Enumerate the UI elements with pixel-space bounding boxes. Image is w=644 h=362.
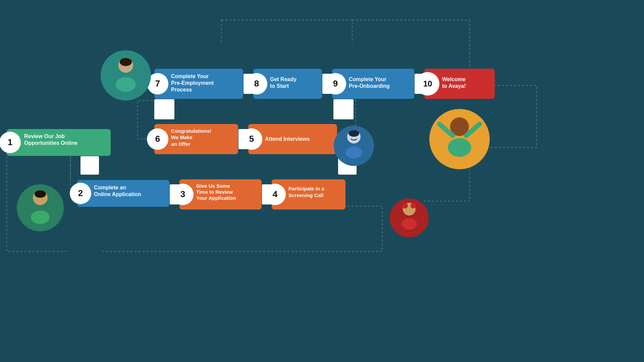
step-8-label-1: Get Ready (270, 76, 297, 82)
avatar-blue-body (345, 146, 362, 159)
step-10-label-1: Welcome (442, 76, 466, 82)
avatar-teal-hair (120, 58, 132, 66)
step-6-number: 6 (155, 134, 160, 144)
step-2-label-2: Online Application (94, 191, 141, 197)
step-3-label-1: Give Us Some (196, 183, 230, 189)
svg-text:Process: Process (171, 87, 192, 93)
step-2-number: 2 (78, 188, 83, 198)
avatar-teal (101, 50, 151, 101)
step-4-number: 4 (273, 189, 278, 199)
step-4-label-1: Participate in a (288, 186, 324, 191)
avatar-red-body (401, 218, 417, 230)
step-9-label-1: Complete Your (349, 76, 386, 82)
step-4-label-2: Screening Call (288, 192, 323, 198)
avatar-blue-hair (348, 130, 359, 137)
svg-text:Pre-Employment: Pre-Employment (171, 80, 214, 86)
turn-connector-top-right (333, 99, 354, 119)
turn-connector-top-left (154, 99, 174, 119)
step-10-number: 10 (423, 79, 432, 88)
step-8-label-2: to Start (270, 83, 289, 89)
avatar-green-body (31, 210, 50, 224)
step-9-number: 9 (333, 78, 338, 88)
avatar-red-hair-l (402, 203, 408, 208)
turn-connector-step1-down (80, 156, 99, 175)
step-3-label-2: Time to Review (196, 189, 233, 195)
step-7-number: 7 (155, 78, 160, 88)
avatar-teal-body (116, 77, 136, 92)
step-1-label-2: Opportunities Online (24, 140, 77, 146)
step-9-label-2: Pre-Onboarding (349, 83, 390, 89)
avatar-orange-body (448, 138, 471, 157)
avatar-green-hair (35, 190, 46, 198)
step-3-label-3: Your Application (196, 195, 236, 201)
avatar-red-hair-r (411, 203, 416, 208)
step-5-label: Attend Interviews (265, 136, 310, 142)
step-8-number: 8 (254, 78, 259, 88)
step-6-label-2: We Make (171, 134, 193, 140)
step-1-label-1: Review Our Job (24, 133, 65, 139)
step-1-number: 1 (8, 137, 12, 147)
step-2-label-1: Complete an (94, 185, 126, 190)
step-6-label-1: Congratulations! (171, 128, 211, 134)
step-5-number: 5 (249, 134, 254, 144)
step-3-number: 3 (180, 189, 185, 199)
step-10-label-2: to Avaya! (442, 83, 466, 89)
step-7-label: Complete Your (171, 73, 209, 79)
step-6-label-3: an Offer (171, 141, 191, 147)
